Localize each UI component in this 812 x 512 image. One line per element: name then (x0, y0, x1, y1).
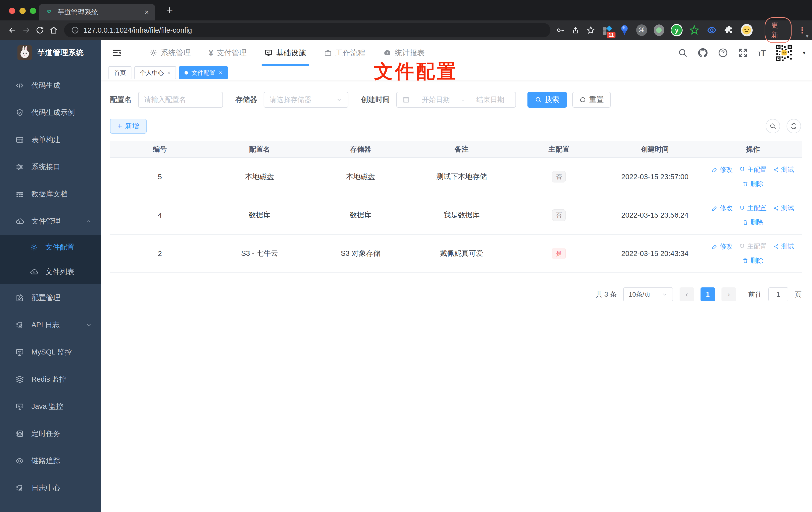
table-search-toggle-button[interactable] (765, 119, 780, 133)
tag-home[interactable]: 首页 (109, 66, 132, 79)
sidebar-item-db-doc[interactable]: 数据库文档 (0, 180, 101, 208)
new-tab-button[interactable]: + (162, 2, 178, 18)
next-page-button[interactable]: › (722, 288, 736, 301)
sidebar-item-system-api[interactable]: 系统接口 (0, 153, 101, 180)
app-logo: 芋道管理系统 (0, 40, 101, 64)
avatar-dropdown-caret-icon[interactable]: ▾ (803, 50, 806, 56)
sidebar-item-code-gen[interactable]: 代码生成 (0, 72, 101, 99)
create-time-label: 创建时间 (361, 95, 390, 105)
topnav-item-payment[interactable]: ¥ 支付管理 (200, 40, 256, 66)
bookmark-star-icon[interactable] (586, 26, 595, 35)
extension-pin-icon[interactable] (619, 24, 630, 36)
sidebar-item-redis-monitor[interactable]: Redis 监控 (0, 366, 101, 393)
home-icon[interactable] (47, 23, 61, 38)
extension-tabs-icon[interactable]: 11 (602, 24, 612, 36)
sidebar-fold-icon[interactable] (108, 44, 125, 62)
profile-avatar-emoji[interactable] (741, 24, 753, 36)
cell-id: 5 (110, 157, 210, 196)
toolbar-overflow-caret-icon[interactable]: ▾ (806, 33, 809, 39)
storage-select[interactable]: 请选择存储器 (264, 92, 348, 108)
cell-id: 2 (110, 234, 210, 273)
test-link[interactable]: 测试 (773, 242, 794, 251)
extension-y-icon[interactable]: y (671, 24, 683, 36)
chrome-update-button[interactable]: 更新 (764, 17, 792, 43)
search-button[interactable]: 搜索 (527, 92, 567, 108)
extension-star-icon[interactable] (689, 24, 700, 36)
font-size-icon[interactable]: TT (758, 48, 765, 58)
address-bar[interactable]: 127.0.0.1:1024/infra/file/file-config (64, 23, 550, 37)
reset-button[interactable]: 重置 (572, 92, 611, 108)
delete-link[interactable]: 删除 (743, 218, 763, 227)
test-link[interactable]: 测试 (773, 204, 794, 212)
help-icon[interactable] (718, 48, 728, 58)
sidebar-item-java-monitor[interactable]: Java 监控 (0, 393, 101, 420)
tab-title: 芋道管理系统 (58, 8, 98, 17)
sidebar-item-mysql-monitor[interactable]: MySQL 监控 (0, 338, 101, 366)
sidebar-item-form-builder[interactable]: 表单构建 (0, 126, 101, 153)
topnav-item-workflow[interactable]: 工作流程 (315, 40, 374, 66)
sidebar-item-api-log[interactable]: API 日志 (0, 311, 101, 338)
extensions-puzzle-icon[interactable] (723, 24, 734, 36)
minimize-window-button[interactable] (20, 8, 26, 14)
back-icon[interactable] (5, 23, 19, 38)
goto-page-input[interactable]: 1 (768, 288, 788, 301)
logo-rabbit-avatar (18, 46, 32, 60)
test-link[interactable]: 测试 (773, 165, 794, 174)
zoom-window-button[interactable] (30, 8, 36, 14)
search-icon[interactable] (678, 48, 688, 58)
user-avatar-qr[interactable] (775, 43, 793, 62)
extension-command-icon[interactable]: ⌘ (636, 24, 647, 36)
sidebar-item-config-management[interactable]: 配置管理 (0, 284, 101, 311)
browser-chrome: 芋道管理系统 × + 127.0.0.1:1024/infra/file/fil… (0, 0, 812, 40)
chrome-menu-kebab-icon[interactable]: ⋮ (798, 25, 807, 35)
sidebar-item-file-list[interactable]: 文件列表 (0, 260, 101, 284)
delete-link[interactable]: 删除 (743, 179, 763, 188)
sidebar-item-file-management[interactable]: 文件管理 (0, 208, 101, 235)
delete-link[interactable]: 删除 (743, 256, 763, 265)
share-icon[interactable] (571, 26, 580, 34)
github-icon[interactable] (697, 48, 708, 58)
add-button[interactable]: + 新增 (110, 119, 147, 133)
edit-link[interactable]: 修改 (712, 242, 733, 251)
sidebar-item-code-demo[interactable]: 代码生成示例 (0, 99, 101, 126)
site-info-icon[interactable] (71, 26, 79, 34)
chevron-down-icon (86, 322, 92, 328)
fullscreen-icon[interactable] (738, 48, 748, 58)
tag-file-config[interactable]: 文件配置 × (179, 66, 228, 79)
sidebar-item-log-center[interactable]: 日志中心 (0, 474, 101, 502)
sidebar-item-file-config[interactable]: 文件配置 (0, 235, 101, 260)
gear-icon (149, 49, 157, 57)
storage-label: 存储器 (235, 95, 257, 105)
extension-eye-icon[interactable] (706, 24, 717, 36)
edit-link[interactable]: 修改 (712, 204, 733, 212)
master-link[interactable]: 主配置 (739, 204, 766, 212)
tag-close-icon[interactable]: × (167, 69, 171, 76)
cell-remark: 戴佩妮真可爱 (412, 234, 512, 273)
topnav-item-system[interactable]: 系统管理 (140, 40, 200, 66)
close-window-button[interactable] (9, 8, 15, 14)
window-controls[interactable] (9, 8, 36, 14)
date-range-picker[interactable]: 开始日期 - 结束日期 (396, 92, 516, 108)
sidebar-item-scheduled-tasks[interactable]: 定时任务 (0, 420, 101, 447)
edit-link[interactable]: 修改 (712, 165, 733, 174)
current-page-button[interactable]: 1 (700, 288, 715, 301)
page-size-select[interactable]: 10条/页 (623, 288, 673, 301)
tag-profile[interactable]: 个人中心 × (135, 66, 176, 79)
browser-tab[interactable]: 芋道管理系统 × (39, 4, 155, 21)
monitor-icon (16, 402, 24, 411)
extension-record-icon[interactable] (654, 24, 664, 36)
config-name-input[interactable]: 请输入配置名 (138, 92, 223, 108)
table-refresh-button[interactable] (787, 119, 801, 133)
start-date-placeholder: 开始日期 (416, 95, 455, 104)
master-link[interactable]: 主配置 (739, 165, 766, 174)
prev-page-button[interactable]: ‹ (679, 288, 694, 301)
reload-icon[interactable] (33, 23, 47, 38)
sidebar-item-tracing[interactable]: 链路追踪 (0, 447, 101, 474)
topnav-item-infrastructure[interactable]: 基础设施 (256, 40, 315, 66)
monitor-check-icon (265, 49, 272, 57)
password-key-icon[interactable] (556, 26, 565, 35)
tag-close-icon[interactable]: × (219, 69, 222, 76)
table-icon (16, 190, 24, 199)
forward-icon[interactable] (19, 23, 33, 38)
tab-close-icon[interactable]: × (144, 8, 149, 17)
